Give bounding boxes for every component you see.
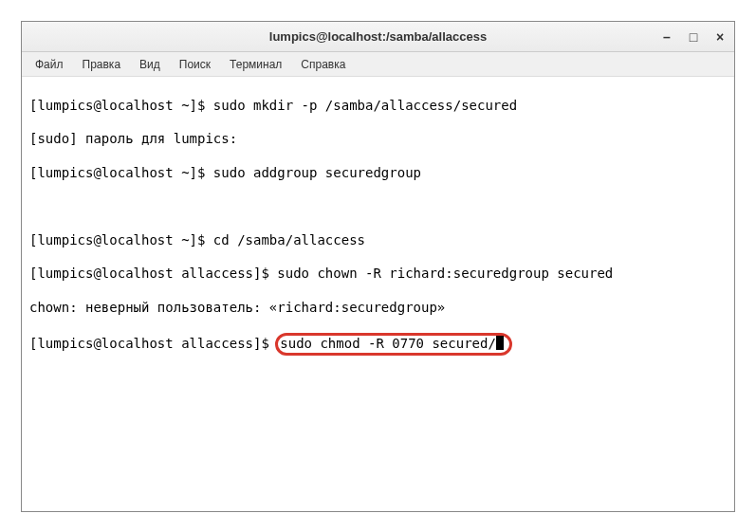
terminal-line: [lumpics@localhost allaccess]$ sudo chmo…	[29, 333, 727, 356]
terminal-line: [lumpics@localhost ~]$ sudo mkdir -p /sa…	[29, 98, 727, 115]
window-controls: – □ ×	[660, 30, 727, 44]
minimize-button[interactable]: –	[660, 30, 673, 44]
menu-terminal[interactable]: Терминал	[222, 55, 289, 74]
terminal-line	[29, 198, 727, 215]
terminal-line: [lumpics@localhost ~]$ sudo addgroup sec…	[29, 165, 727, 182]
terminal-output[interactable]: [lumpics@localhost ~]$ sudo mkdir -p /sa…	[22, 77, 734, 511]
terminal-line: chown: неверный пользователь: «richard:s…	[29, 300, 727, 317]
close-button[interactable]: ×	[713, 30, 727, 44]
terminal-line: [sudo] пароль для lumpics:	[29, 131, 727, 148]
terminal-line: [lumpics@localhost allaccess]$ sudo chow…	[29, 266, 727, 283]
menubar: Файл Правка Вид Поиск Терминал Справка	[22, 52, 734, 77]
menu-search[interactable]: Поиск	[172, 55, 218, 74]
terminal-command: sudo chmod -R 0770 secured/	[280, 336, 496, 351]
command-highlight: sudo chmod -R 0770 secured/	[275, 333, 512, 356]
menu-file[interactable]: Файл	[28, 55, 71, 74]
titlebar: lumpics@localhost:/samba/allaccess – □ ×	[22, 22, 734, 52]
terminal-window: lumpics@localhost:/samba/allaccess – □ ×…	[21, 21, 735, 512]
window-title: lumpics@localhost:/samba/allaccess	[269, 29, 487, 44]
menu-edit[interactable]: Правка	[75, 55, 129, 74]
menu-view[interactable]: Вид	[132, 55, 168, 74]
terminal-prompt: [lumpics@localhost allaccess]$	[29, 336, 277, 351]
menu-help[interactable]: Справка	[293, 55, 353, 74]
maximize-button[interactable]: □	[687, 30, 700, 44]
terminal-line: [lumpics@localhost ~]$ cd /samba/allacce…	[29, 232, 727, 249]
cursor-icon	[496, 336, 504, 350]
